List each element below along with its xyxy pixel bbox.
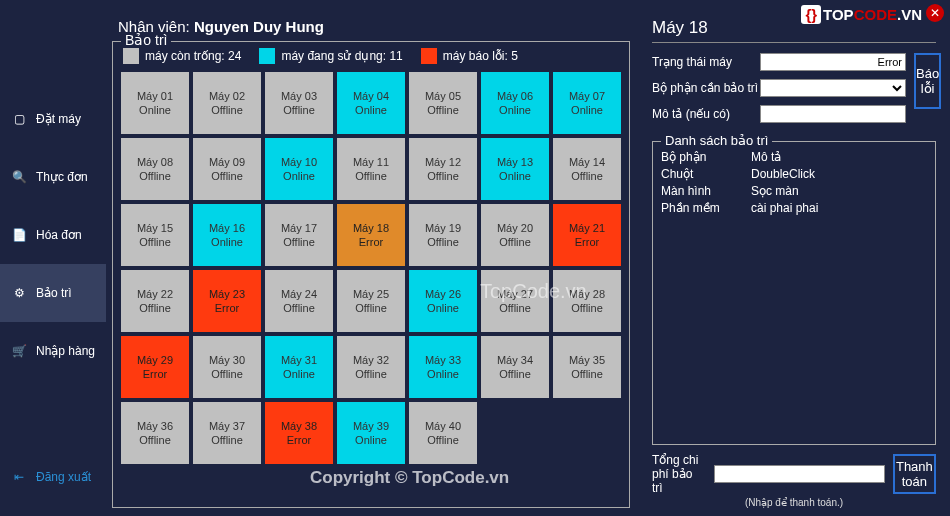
machine-tile[interactable]: Máy 05Offline [409, 72, 477, 134]
machine-tile[interactable]: Máy 21Error [553, 204, 621, 266]
swatch-error-icon [421, 48, 437, 64]
main-panel: Nhân viên: Nguyen Duy Hung Bảo trì máy c… [106, 0, 642, 516]
machine-tile[interactable]: Máy 26Online [409, 270, 477, 332]
machine-tile[interactable]: Máy 07Online [553, 72, 621, 134]
detail-panel: Máy 18 Trạng thái máy Bộ phận cần bảo tr… [642, 0, 950, 516]
machine-tile[interactable]: Máy 20Offline [481, 204, 549, 266]
machine-tile[interactable]: Máy 16Online [193, 204, 261, 266]
machine-tile[interactable]: Máy 22Offline [121, 270, 189, 332]
machine-tile[interactable]: Máy 18Error [337, 204, 405, 266]
machine-tile[interactable]: Máy 40Offline [409, 402, 477, 464]
pay-button[interactable]: Thanh toán [893, 454, 936, 494]
machine-tile[interactable]: Máy 12Offline [409, 138, 477, 200]
status-input[interactable] [760, 53, 906, 71]
machine-tile[interactable]: Máy 38Error [265, 402, 333, 464]
machine-tile[interactable]: Máy 31Online [265, 336, 333, 398]
logout-icon: ⇤ [10, 468, 28, 486]
machine-tile[interactable]: Máy 30Offline [193, 336, 261, 398]
machine-tile[interactable]: Máy 35Offline [553, 336, 621, 398]
maintenance-box: Bảo trì máy còn trống: 24 máy đang sử dụ… [112, 41, 630, 508]
machine-tile[interactable]: Máy 39Online [337, 402, 405, 464]
machine-tile[interactable]: Máy 03Offline [265, 72, 333, 134]
box-title: Bảo trì [121, 32, 171, 48]
machine-tile[interactable]: Máy 23Error [193, 270, 261, 332]
machine-tile[interactable]: Máy 17Offline [265, 204, 333, 266]
nav-logout[interactable]: ⇤Đăng xuất [0, 448, 106, 506]
invoice-icon: 📄 [10, 226, 28, 244]
hint-text: (Nhập để thanh toán.) [652, 497, 936, 508]
gear-icon: ⚙ [10, 284, 28, 302]
swatch-busy-icon [259, 48, 275, 64]
list-item: ChuộtDoubleClick [661, 167, 927, 181]
nav-search[interactable]: 🔍Thực đơn [0, 148, 106, 206]
machine-tile[interactable]: Máy 28Offline [553, 270, 621, 332]
nav-gear[interactable]: ⚙Bảo trì [0, 264, 106, 322]
total-input[interactable] [714, 465, 885, 483]
machine-tile[interactable]: Máy 36Offline [121, 402, 189, 464]
machine-tile[interactable]: Máy 19Offline [409, 204, 477, 266]
staff-line: Nhân viên: Nguyen Duy Hung [112, 18, 630, 35]
machine-tile[interactable]: Máy 34Offline [481, 336, 549, 398]
swatch-free-icon [123, 48, 139, 64]
sidebar: ▢Đặt máy🔍Thực đơn📄Hóa đơn⚙Bảo trì🛒Nhập h… [0, 0, 106, 516]
machine-tile[interactable]: Máy 08Offline [121, 138, 189, 200]
nav-invoice[interactable]: 📄Hóa đơn [0, 206, 106, 264]
machine-tile[interactable]: Máy 06Online [481, 72, 549, 134]
nav-cart[interactable]: 🛒Nhập hàng [0, 322, 106, 380]
machine-tile[interactable]: Máy 01Online [121, 72, 189, 134]
watermark-logo: {}TOPCODE.VN [801, 6, 922, 23]
report-error-button[interactable]: Báo lỗi [914, 53, 941, 109]
maintenance-list: Danh sách bảo trì Bộ phậnMô tả ChuộtDoub… [652, 141, 936, 445]
part-select[interactable] [760, 79, 906, 97]
machine-tile[interactable]: Máy 33Online [409, 336, 477, 398]
desc-input[interactable] [760, 105, 906, 123]
machine-tile[interactable]: Máy 14Offline [553, 138, 621, 200]
search-icon: 🔍 [10, 168, 28, 186]
machine-tile[interactable]: Máy 37Offline [193, 402, 261, 464]
machine-tile[interactable]: Máy 09Offline [193, 138, 261, 200]
machine-tile[interactable]: Máy 29Error [121, 336, 189, 398]
machine-tile[interactable]: Máy 25Offline [337, 270, 405, 332]
monitor-icon: ▢ [10, 110, 28, 128]
machine-tile[interactable]: Máy 02Offline [193, 72, 261, 134]
machine-tile[interactable]: Máy 15Offline [121, 204, 189, 266]
machine-tile[interactable]: Máy 32Offline [337, 336, 405, 398]
machine-tile[interactable]: Máy 13Online [481, 138, 549, 200]
legend: máy còn trống: 24 máy đang sử dụng: 11 m… [121, 48, 621, 64]
nav-monitor[interactable]: ▢Đặt máy [0, 90, 106, 148]
total-label: Tổng chi phí bảo trì [652, 453, 706, 495]
close-button[interactable]: ✕ [926, 4, 944, 22]
machine-tile[interactable]: Máy 27Offline [481, 270, 549, 332]
machine-grid: Máy 01OnlineMáy 02OfflineMáy 03OfflineMá… [121, 72, 621, 464]
machine-tile[interactable]: Máy 04Online [337, 72, 405, 134]
machine-tile[interactable]: Máy 24Offline [265, 270, 333, 332]
list-item: Màn hìnhSọc màn [661, 184, 927, 198]
machine-tile[interactable]: Máy 11Offline [337, 138, 405, 200]
list-item: Phần mềmcài phai phai [661, 201, 927, 215]
cart-icon: 🛒 [10, 342, 28, 360]
machine-tile[interactable]: Máy 10Online [265, 138, 333, 200]
